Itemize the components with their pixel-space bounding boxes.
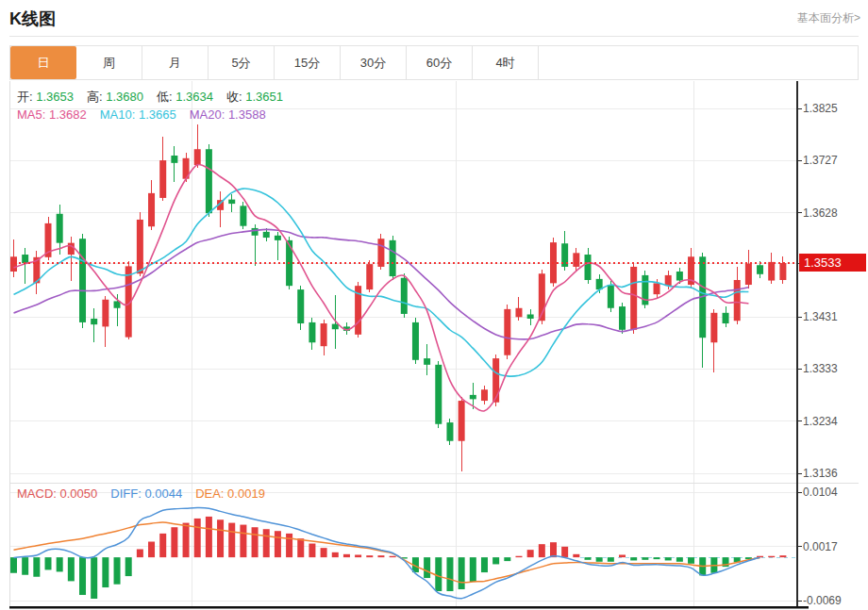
macd-bar-up [515, 556, 522, 557]
candle-body-down [57, 214, 63, 243]
macd-bar-up [159, 534, 166, 557]
candle-body-up [366, 264, 373, 289]
ma10-line [14, 189, 749, 376]
candle-body-up [504, 309, 510, 355]
macd-bar-up [206, 517, 212, 557]
candle-body-down [527, 314, 534, 318]
candle-body-down [297, 289, 304, 323]
macd-bar-down [68, 557, 75, 581]
candle-body-down [619, 306, 626, 330]
macd-bar-down [125, 557, 132, 576]
candle-body-up [194, 149, 201, 165]
macd-bar-down [57, 557, 63, 571]
price-tick-label: 1.3333 [803, 362, 838, 375]
macd-bar-up [757, 556, 763, 557]
price-tick-label: 1.3628 [803, 206, 838, 220]
legend-item: 高: 1.3680 [87, 90, 143, 104]
price-tick-label: 1.3825 [803, 102, 838, 115]
macd-bar-down [424, 557, 430, 578]
legend-item: MA10: 1.3665 [100, 107, 176, 122]
macd-bar-down [642, 557, 648, 560]
macd-bar-up [343, 554, 350, 557]
macd-bar-up [355, 554, 361, 557]
candle-body-up [10, 256, 17, 272]
candle-body-up [745, 264, 752, 285]
macd-bar-up [332, 552, 339, 557]
candle-body-down [22, 255, 28, 263]
diff-line [14, 508, 760, 599]
macd-bar-up [539, 544, 545, 557]
macd-bar-down [688, 557, 694, 564]
candle-body-up [779, 263, 786, 280]
macd-bar-down [608, 557, 614, 562]
macd-bar-up [171, 527, 177, 557]
candle-body-down [757, 265, 763, 274]
candle-body-up [459, 401, 465, 441]
macd-bar-down [33, 557, 40, 577]
macd-bar-up [228, 523, 235, 558]
macd-bar-down [654, 557, 660, 559]
candle-body-up [492, 358, 499, 403]
price-tick-label: 1.3234 [803, 415, 838, 428]
candle-body-down [332, 324, 339, 330]
macd-bar-up [137, 549, 143, 557]
candle-body-down [240, 206, 246, 225]
legend-item: 开: 1.3653 [17, 90, 74, 104]
candle-body-up [137, 220, 143, 273]
macd-bar-down [10, 557, 17, 573]
candle-body-down [390, 240, 396, 276]
macd-bar-up [573, 554, 579, 557]
macd-tick-label: 0.0017 [803, 540, 838, 553]
macd-bar-down [91, 557, 97, 599]
candle-body-up [710, 313, 717, 342]
macd-bar-up [286, 534, 292, 557]
candle-body-up [148, 193, 155, 226]
macd-bar-up [377, 555, 384, 557]
candle-body-down [309, 322, 315, 342]
macd-bar-up [194, 519, 201, 557]
macd-bar-down [435, 557, 442, 591]
ohlc-legend: 开: 1.3653高: 1.3680低: 1.3634收: 1.3651 [17, 89, 296, 106]
legend-item: DEA: 0.0019 [195, 486, 265, 501]
candle-body-down [275, 236, 281, 240]
macd-bar-up [217, 519, 224, 557]
macd-bar-up [768, 556, 775, 557]
macd-bar-up [321, 548, 327, 557]
macd-bar-down [102, 557, 108, 587]
candle-body-down [608, 285, 614, 308]
macd-bar-down [492, 557, 499, 564]
price-tick-label: 1.3431 [803, 310, 838, 323]
candle-body-down [228, 200, 235, 204]
macd-bar-down [504, 557, 510, 561]
candle-body-down [412, 322, 419, 360]
candle-body-up [102, 300, 108, 327]
macd-bar-up [297, 538, 304, 557]
macd-bar-down [665, 557, 672, 560]
candle-body-down [424, 358, 430, 365]
macd-bar-up [779, 555, 786, 557]
macd-bar-down [481, 557, 488, 572]
candle-body-down [446, 422, 453, 441]
macd-bar-down [446, 557, 453, 591]
legend-item: DIFF: 0.0044 [110, 486, 182, 501]
candle-body-down [252, 228, 259, 236]
candle-body-up [481, 389, 488, 401]
macd-bar-down [596, 557, 603, 562]
macd-tick-label: -0.0069 [803, 594, 842, 607]
candle-body-up [321, 323, 327, 346]
kline-chart[interactable]: 开: 1.3653高: 1.3680低: 1.3634收: 1.3651 MA5… [0, 0, 868, 610]
macd-bar-up [619, 554, 626, 557]
macd-bar-down [79, 557, 86, 595]
macd-bar-up [390, 556, 396, 557]
macd-bar-down [585, 557, 592, 560]
macd-bar-down [114, 557, 121, 585]
price-tick-label: 1.3727 [803, 154, 838, 167]
candle-body-up [515, 308, 522, 318]
macd-bar-down [470, 557, 476, 582]
candle-body-down [401, 278, 408, 314]
candle-body-up [654, 283, 660, 294]
candle-body-up [68, 243, 75, 255]
candle-body-down [79, 239, 86, 322]
candle-body-down [206, 149, 212, 213]
legend-item: 收: 1.3651 [226, 90, 283, 104]
